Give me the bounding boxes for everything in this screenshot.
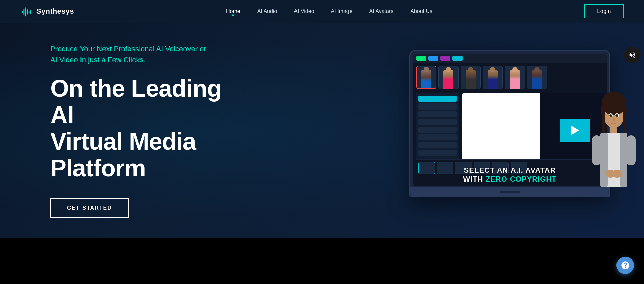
avatar-svg <box>584 83 644 217</box>
svg-rect-5 <box>29 11 30 13</box>
ai-avatar-figure <box>584 83 644 217</box>
screen-btn-green <box>416 56 426 61</box>
nav-item-ai-audio[interactable]: AI Audio <box>257 8 277 14</box>
avatar-thumb-6 <box>527 66 547 89</box>
svg-rect-18 <box>626 135 636 165</box>
logo-link[interactable]: Synthesys <box>20 5 74 18</box>
screen-top-bar <box>413 54 607 63</box>
screen-main-area <box>413 92 607 169</box>
panel-item-1 <box>418 96 457 102</box>
hero-content: Produce Your Next Professional AI Voiceo… <box>0 43 235 218</box>
screen-left-panel <box>416 93 459 167</box>
avatar-figure-6 <box>527 66 547 89</box>
laptop-base <box>410 187 609 196</box>
svg-point-9 <box>602 92 626 115</box>
nav-item-about-us[interactable]: About Us <box>410 8 432 14</box>
screen-btn-group <box>416 56 463 61</box>
avatar-person-2 <box>443 70 453 89</box>
hero-title-line1: On the Leading AI <box>50 75 221 128</box>
svg-point-28 <box>616 115 618 116</box>
hero-title: On the Leading AI Virtual Media Platform <box>50 75 235 182</box>
avatar-thumb-2 <box>438 66 459 89</box>
avatar-figure-1 <box>417 66 436 88</box>
svg-rect-16 <box>620 133 627 187</box>
overlay-zero-copyright: ZERO COPYRIGHT <box>486 175 557 183</box>
support-icon <box>621 261 630 270</box>
avatar-figure-5 <box>505 66 525 89</box>
navbar: Synthesys Home AI Audio AI Video AI Imag… <box>0 0 644 23</box>
mute-icon <box>629 51 636 59</box>
panel-item-2 <box>418 103 457 110</box>
avatar-person-6 <box>532 70 542 89</box>
svg-rect-3 <box>25 8 26 17</box>
overlay-line2: WITH ZERO COPYRIGHT <box>410 175 609 184</box>
nav-item-ai-avatars[interactable]: AI Avatars <box>369 8 394 14</box>
video-white-area <box>462 93 540 167</box>
svg-rect-22 <box>614 112 620 113</box>
avatar-figure-4 <box>483 66 502 89</box>
svg-rect-2 <box>23 9 24 15</box>
avatar-person-4 <box>488 70 498 89</box>
svg-rect-1 <box>22 11 23 13</box>
nav-item-home[interactable]: Home <box>226 8 240 14</box>
avatar-person-1 <box>421 70 431 88</box>
panel-item-7 <box>418 142 457 148</box>
svg-rect-10 <box>602 107 605 134</box>
nav-item-ai-video[interactable]: AI Video <box>294 8 314 14</box>
overlay-line1: SELECT AN A.I. AVATAR <box>410 166 609 175</box>
logo-icon <box>20 5 33 18</box>
panel-item-4 <box>418 119 457 125</box>
svg-rect-21 <box>608 112 613 113</box>
panel-item-3 <box>418 111 457 117</box>
avatar-person-3 <box>466 70 476 89</box>
nav-link-ai-avatars[interactable]: AI Avatars <box>369 8 394 14</box>
svg-rect-12 <box>610 126 617 133</box>
panel-item-8 <box>418 150 457 156</box>
hero-subtitle: Produce Your Next Professional AI Voiceo… <box>50 43 235 65</box>
mute-button[interactable] <box>624 47 641 63</box>
overlay-with-text: WITH <box>463 175 485 183</box>
nav-right: Login <box>584 4 624 18</box>
avatar-person-5 <box>510 70 520 89</box>
bottom-bar <box>0 238 644 284</box>
laptop-mockup: SELECT AN A.I. AVATAR WITH ZERO COPYRIGH… <box>409 50 610 197</box>
login-button[interactable]: Login <box>584 4 624 18</box>
nav-menu: Home AI Audio AI Video AI Image AI Avata… <box>226 8 432 14</box>
hero-media: SELECT AN A.I. AVATAR WITH ZERO COPYRIGH… <box>409 43 644 217</box>
avatar-thumb-5 <box>505 66 525 89</box>
hero-title-line2: Virtual Media Platform <box>50 128 196 181</box>
svg-rect-11 <box>623 107 625 134</box>
avatar-thumb-4 <box>483 66 503 89</box>
screen-btn-cyan <box>452 56 463 61</box>
get-started-button[interactable]: GET STARTED <box>50 198 129 218</box>
svg-point-20 <box>612 170 622 178</box>
panel-item-6 <box>418 134 457 140</box>
nav-link-home[interactable]: Home <box>226 8 240 14</box>
svg-rect-4 <box>27 9 28 14</box>
avatar-thumb-3 <box>461 66 481 89</box>
laptop-notch <box>500 191 520 193</box>
play-triangle-icon <box>571 125 579 135</box>
nav-link-ai-audio[interactable]: AI Audio <box>257 8 277 14</box>
support-button[interactable] <box>616 257 634 274</box>
brand-name: Synthesys <box>36 7 74 16</box>
laptop-body: SELECT AN A.I. AVATAR WITH ZERO COPYRIGH… <box>409 50 610 197</box>
screen-avatars-row <box>413 63 607 92</box>
nav-link-ai-image[interactable]: AI Image <box>331 8 353 14</box>
screen-btn-blue <box>428 56 438 61</box>
nav-link-ai-video[interactable]: AI Video <box>294 8 314 14</box>
svg-rect-17 <box>592 135 601 165</box>
avatar-thumb-1 <box>416 66 436 89</box>
hero-section: Produce Your Next Professional AI Voiceo… <box>0 23 644 238</box>
svg-point-27 <box>610 115 611 116</box>
panel-item-5 <box>418 127 457 133</box>
svg-rect-6 <box>30 10 31 14</box>
screen-video-area <box>462 93 604 167</box>
avatar-figure-2 <box>439 66 458 89</box>
screen-btn-purple <box>440 56 450 61</box>
svg-rect-0 <box>20 5 33 18</box>
nav-item-ai-image[interactable]: AI Image <box>331 8 353 14</box>
svg-point-29 <box>613 118 615 121</box>
laptop-overlay-text: SELECT AN A.I. AVATAR WITH ZERO COPYRIGH… <box>410 166 609 184</box>
nav-link-about-us[interactable]: About Us <box>410 8 432 14</box>
